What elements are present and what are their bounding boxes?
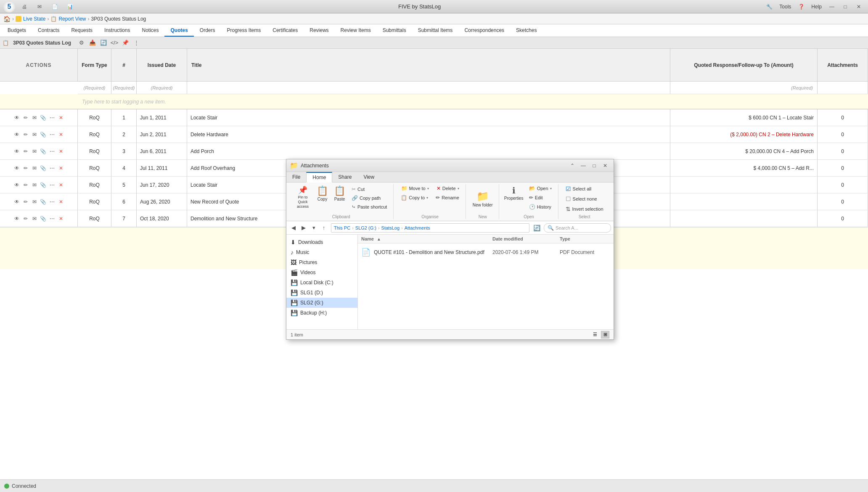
properties-btn[interactable]: ℹ Properties [503,184,524,211]
email-btn[interactable]: ✉ [34,2,45,11]
pin-btn[interactable]: 📌 [121,38,130,48]
tab-budgets[interactable]: Budgets [2,24,32,37]
tab-submittals[interactable]: Submittals [377,24,412,37]
row-attach-icon[interactable]: 📎 [40,181,47,189]
tab-review-items[interactable]: Review Items [335,24,377,37]
row-email-icon[interactable]: ✉ [31,114,38,122]
fe-dropdown-btn[interactable]: ▾ [309,223,318,233]
open-btn[interactable]: 📂 Open ▾ [526,184,555,193]
fe-back-btn[interactable]: ◀ [289,223,298,233]
invert-selection-btn[interactable]: ⇅ Invert selection [563,204,606,214]
sidebar-item-slg2-g[interactable]: 💾 SLG2 (G:) [286,298,357,308]
tab-requests[interactable]: Requests [65,24,98,37]
row-delete-icon[interactable]: ✕ [57,215,65,222]
row-delete-icon[interactable]: ✕ [57,148,65,155]
print-btn[interactable]: 🖨 [19,2,30,11]
tab-reviews[interactable]: Reviews [304,24,334,37]
fe-up-btn[interactable]: ↑ [319,223,328,233]
row-view-icon[interactable]: 👁 [13,164,21,172]
row-attach-icon[interactable]: 📎 [40,198,47,206]
path-slg2[interactable]: SLG2 (G:) [355,225,376,230]
row-edit-icon[interactable]: ✏ [22,114,29,122]
fe-tab-share[interactable]: Share [332,172,357,182]
copy-path-btn[interactable]: 🔗 Copy path [349,194,390,202]
copy-large-btn[interactable]: 📋 Copy [314,184,331,203]
row-edit-icon[interactable]: ✏ [22,164,29,172]
tab-submittal-items[interactable]: Submittal Items [412,24,459,37]
row-view-icon[interactable]: 👁 [13,215,21,222]
close-btn[interactable]: ✕ [853,2,865,11]
tab-progress-items[interactable]: Progress Items [221,24,267,37]
sidebar-item-pictures[interactable]: 🖼 Pictures [286,257,357,267]
fe-refresh-btn[interactable]: 🔄 [532,223,541,233]
tools-icon[interactable]: 🔧 [763,2,775,11]
fe-tile-view-btn[interactable]: ⊞ [601,331,609,339]
tab-orders[interactable]: Orders [194,24,221,37]
maximize-btn[interactable]: □ [839,2,851,11]
refresh-btn[interactable]: 🔄 [99,38,108,48]
code-btn[interactable]: </> [110,38,119,48]
row-email-icon[interactable]: ✉ [31,215,38,222]
new-folder-btn[interactable]: 📁 New folder [470,189,495,209]
tab-notices[interactable]: Notices [136,24,164,37]
copy-to-btn[interactable]: 📋 Copy to ▾ [398,193,431,202]
row-more-icon[interactable]: ⋯ [48,181,56,189]
row-delete-icon[interactable]: ✕ [57,114,65,122]
row-email-icon[interactable]: ✉ [31,131,38,138]
row-more-icon[interactable]: ⋯ [48,164,56,172]
col-date-header[interactable]: Date modified [492,236,560,241]
edit-btn[interactable]: ✏ Edit [526,193,555,202]
col-name-header[interactable]: Name ▲ [361,236,492,241]
sidebar-item-backup-h[interactable]: 💾 Backup (H:) [286,308,357,318]
row-view-icon[interactable]: 👁 [13,131,21,138]
pin-quick-access-btn[interactable]: 📌 Pin to Quick access [292,184,313,210]
tab-sketches[interactable]: Sketches [510,24,542,37]
row-more-icon[interactable]: ⋯ [48,148,56,155]
paste-shortcut-btn[interactable]: ⤷ Paste shortcut [349,203,390,211]
address-path[interactable]: This PC › SLG2 (G:) › StatsLog › Attachm… [331,223,529,233]
select-none-btn[interactable]: ☐ Select none [563,194,600,204]
row-view-icon[interactable]: 👁 [13,148,21,155]
fe-list-view-btn[interactable]: ☰ [591,331,599,339]
path-attachments[interactable]: Attachments [405,225,430,230]
list-item[interactable]: 📄 QUOTE #101 - Demolition and New Struct… [358,245,614,259]
move-to-btn[interactable]: 📁 Move to ▾ [398,184,432,193]
rename-btn[interactable]: ✏ Rename [433,193,462,202]
fe-close-btn[interactable]: ✕ [600,161,610,170]
tab-contracts[interactable]: Contracts [32,24,65,37]
row-view-icon[interactable]: 👁 [13,198,21,206]
select-all-btn[interactable]: ☑ Select all [563,184,595,193]
row-delete-icon[interactable]: ✕ [57,181,65,189]
row-attach-icon[interactable]: 📎 [40,131,47,138]
sidebar-item-local-disk-c[interactable]: 💾 Local Disk (C:) [286,278,357,288]
row-email-icon[interactable]: ✉ [31,164,38,172]
import-btn[interactable]: 📥 [88,38,97,48]
row-edit-icon[interactable]: ✏ [22,181,29,189]
path-this-pc[interactable]: This PC [334,225,350,230]
row-edit-icon[interactable]: ✏ [22,148,29,155]
row-email-icon[interactable]: ✉ [31,148,38,155]
row-attach-icon[interactable]: 📎 [40,164,47,172]
row-attach-icon[interactable]: 📎 [40,215,47,222]
row-delete-icon[interactable]: ✕ [57,164,65,172]
row-view-icon[interactable]: 👁 [13,181,21,189]
row-email-icon[interactable]: ✉ [31,198,38,206]
path-statslog[interactable]: StatsLog [381,225,400,230]
row-edit-icon[interactable]: ✏ [22,131,29,138]
fe-tab-file[interactable]: File [286,172,306,182]
breadcrumb-report-view[interactable]: Report View [58,16,86,22]
tab-instructions[interactable]: Instructions [98,24,136,37]
cut-btn[interactable]: ✂ Cut [349,185,390,193]
fe-minimize-btn[interactable]: — [578,161,588,170]
sidebar-item-downloads[interactable]: ⬇ Downloads [286,237,357,247]
row-attach-icon[interactable]: 📎 [40,148,47,155]
excel-btn[interactable]: 📊 [64,2,76,11]
row-more-icon[interactable]: ⋯ [48,114,56,122]
fe-search-box[interactable]: 🔍 Search A... [544,223,611,233]
more-btn[interactable]: ⋮ [132,38,141,48]
fe-tab-view[interactable]: View [357,172,380,182]
help-icon[interactable]: ❓ [795,2,807,11]
row-view-icon[interactable]: 👁 [13,114,21,122]
fe-tab-home[interactable]: Home [306,172,332,183]
fe-forward-btn[interactable]: ▶ [299,223,308,233]
